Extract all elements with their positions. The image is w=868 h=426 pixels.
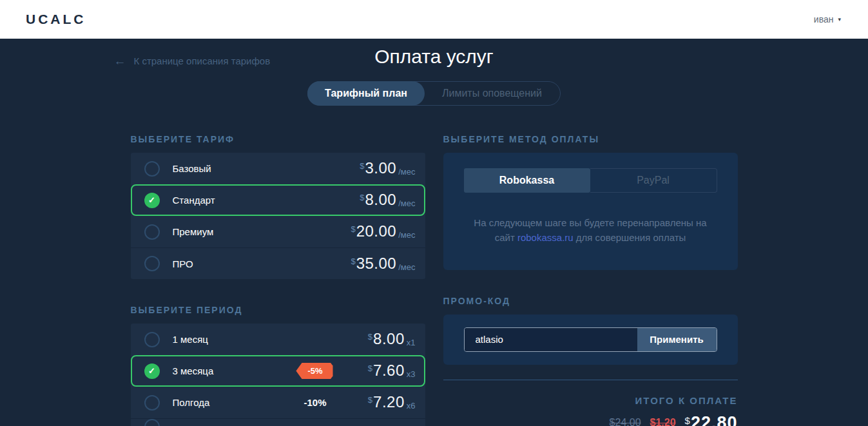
per-month-suffix: /мес: [398, 198, 415, 208]
radio-unchecked-icon[interactable]: [144, 395, 160, 411]
per-month-suffix: /мес: [398, 230, 415, 240]
tariff-row-premium[interactable]: Премиум $ 20.00 /мес: [131, 216, 425, 247]
tariff-label: Стандарт: [173, 195, 215, 206]
period-label: 1 месяц: [173, 334, 208, 345]
currency-sign: $: [685, 415, 690, 426]
radio-unchecked-icon[interactable]: [144, 161, 160, 177]
radio-unchecked-icon[interactable]: [144, 332, 160, 347]
tab-robokassa[interactable]: Robokassa: [464, 168, 590, 193]
currency-sign: $: [368, 363, 372, 373]
tab-paypal[interactable]: PayPal: [590, 168, 717, 193]
check-icon: ✓: [148, 195, 155, 205]
period-row-half-year[interactable]: Полгода -10% $ 7.20 x6: [131, 387, 425, 418]
total-final-amount: 22.80: [691, 414, 738, 426]
tariff-price: 35.00: [356, 256, 397, 271]
period-section-title: ВЫБЕРИТЕ ПЕРИОД: [131, 305, 425, 315]
period-list: 1 месяц $ 8.00 x1 ✓ 3 месяца -5%: [131, 324, 425, 426]
currency-sign: $: [368, 395, 372, 405]
total-old-price: $24.00: [610, 417, 641, 426]
payment-method-title: ВЫБЕРИТЕ МЕТОД ОПЛАТЫ: [443, 134, 738, 144]
tariff-row-standard[interactable]: ✓ Стандарт $ 8.00 /мес: [131, 184, 425, 216]
radio-unchecked-icon[interactable]: [144, 224, 160, 240]
user-name: иван: [814, 14, 834, 24]
promo-section-title: ПРОМО-КОД: [443, 296, 738, 306]
back-to-tariffs-link[interactable]: ← К странице описания тарифов: [114, 55, 271, 67]
period-multiplier: x6: [407, 401, 416, 411]
tariff-price: 3.00: [365, 160, 397, 176]
robokassa-link[interactable]: robokassa.ru: [517, 232, 574, 243]
payment-method-tabs: Robokassa PayPal: [464, 168, 717, 193]
promo-section: ПРОМО-КОД Применить: [443, 296, 738, 365]
ucalc-logo[interactable]: UCALC: [26, 12, 86, 27]
caret-down-icon: ▾: [838, 16, 841, 23]
period-price: 8.00: [373, 331, 405, 347]
payment-page: ← К странице описания тарифов Оплата усл…: [0, 39, 868, 426]
tariff-section-title: ВЫБЕРИТЕ ТАРИФ: [131, 134, 425, 144]
period-row-3-months[interactable]: ✓ 3 месяца -5% $ 7.60 x3: [131, 355, 425, 387]
discount-text: -10%: [304, 397, 326, 408]
period-multiplier: x3: [407, 369, 416, 379]
radio-unchecked-icon: [144, 419, 160, 426]
back-link-label: К странице описания тарифов: [134, 55, 271, 66]
tab-notification-limits[interactable]: Лимиты оповещений: [424, 82, 560, 105]
discount-badge: -5%: [296, 363, 333, 379]
period-label: Полгода: [173, 397, 210, 408]
promo-code-input[interactable]: [465, 328, 637, 351]
arrow-left-icon: ←: [114, 55, 126, 67]
user-menu[interactable]: иван ▾: [814, 14, 841, 24]
tab-tariff-plan[interactable]: Тарифный план: [307, 81, 425, 106]
promo-card: Применить: [443, 315, 738, 365]
currency-sign: $: [360, 193, 364, 202]
check-icon: ✓: [148, 366, 155, 376]
total-label: ИТОГО К ОПЛАТЕ: [443, 395, 738, 406]
currency-sign: $: [351, 224, 355, 234]
period-label: 3 месяца: [173, 365, 214, 376]
tariff-price: 20.00: [356, 224, 397, 239]
total-final-price: $ 22.80: [685, 414, 738, 426]
tariff-list: Базовый $ 3.00 /мес ✓ Стандарт $: [131, 153, 425, 279]
tariff-row-basic[interactable]: Базовый $ 3.00 /мес: [131, 153, 425, 184]
tariff-label: Базовый: [173, 163, 211, 174]
per-month-suffix: /мес: [398, 167, 415, 177]
period-section: ВЫБЕРИТЕ ПЕРИОД 1 месяц $ 8.00 x1: [131, 305, 425, 426]
tariff-price: 8.00: [365, 192, 397, 208]
currency-sign: $: [351, 257, 355, 266]
apply-promo-button[interactable]: Применить: [637, 328, 717, 351]
total-section: ИТОГО К ОПЛАТЕ $24.00 $1.20 $ 22.80: [443, 380, 738, 426]
payment-method-card: Robokassa PayPal На следующем шаге вы бу…: [443, 153, 738, 270]
tariff-label: Премиум: [173, 226, 214, 237]
period-row-1-month[interactable]: 1 месяц $ 8.00 x1: [131, 324, 425, 355]
tariff-label: ПРО: [173, 258, 193, 269]
page-tabs: Тарифный план Лимиты оповещений: [307, 81, 561, 106]
period-price: 7.20: [373, 394, 405, 410]
period-multiplier: x1: [407, 338, 416, 347]
currency-sign: $: [368, 332, 372, 342]
radio-unchecked-icon[interactable]: [144, 256, 160, 271]
payment-method-section: ВЫБЕРИТЕ МЕТОД ОПЛАТЫ Robokassa PayPal Н…: [443, 134, 738, 270]
radio-checked-icon[interactable]: ✓: [144, 363, 160, 379]
total-discount: $1.20: [650, 417, 676, 426]
per-month-suffix: /мес: [398, 262, 415, 272]
period-price: 7.60: [373, 363, 405, 378]
redirect-note: На следующем шаге вы будете перенаправле…: [465, 215, 716, 246]
site-header: UCALC иван ▾: [0, 0, 868, 39]
redirect-note-text: для совершения оплаты: [574, 232, 686, 243]
currency-sign: $: [360, 161, 364, 171]
promo-control: Применить: [464, 327, 717, 352]
radio-checked-icon[interactable]: ✓: [144, 193, 160, 208]
total-prices: $24.00 $1.20 $ 22.80: [443, 414, 738, 426]
tariff-row-pro[interactable]: ПРО $ 35.00 /мес: [131, 247, 425, 279]
tariff-section: ВЫБЕРИТЕ ТАРИФ Базовый $ 3.00 /мес: [131, 134, 425, 279]
period-row-partial[interactable]: [131, 418, 425, 426]
